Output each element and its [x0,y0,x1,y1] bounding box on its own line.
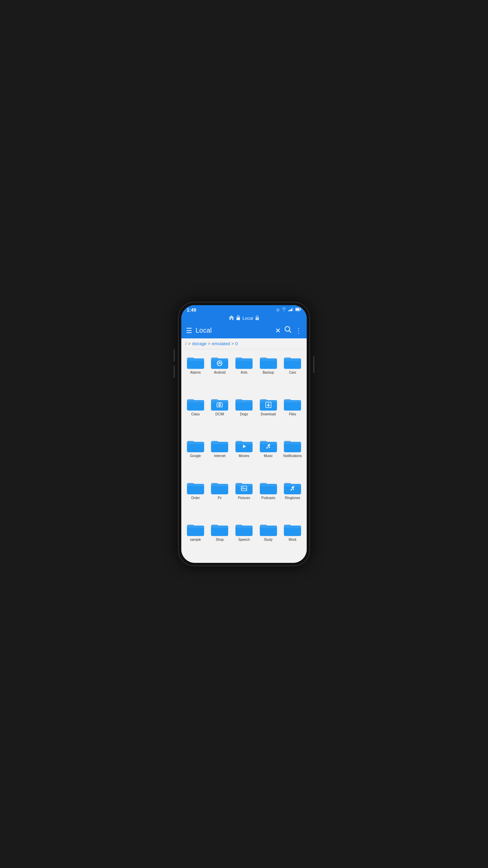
svg-line-10 [289,331,291,333]
close-button[interactable]: ✕ [275,327,281,335]
folder-icon [186,396,205,411]
folder-item[interactable]: Android [208,353,231,392]
folder-label: Files [289,412,296,416]
folder-label: DCIM [216,412,224,416]
folder-item[interactable]: Podcasts [257,478,280,518]
vol-up-button[interactable] [174,349,175,361]
folder-icon [235,479,253,495]
folder-icon [259,396,278,411]
svg-point-21 [290,489,292,491]
path-root: / [185,341,187,346]
folder-label: Cars [289,371,296,375]
lock-icon-2 [255,315,259,321]
folder-item[interactable]: DCIM [208,394,231,434]
folder-item[interactable]: Google [184,436,207,476]
wifi-icon [282,308,286,312]
vol-down-button[interactable] [174,366,175,378]
file-grid: Alarms Android Ants [181,349,307,563]
folder-item[interactable]: Pictures [232,478,256,518]
svg-point-20 [242,487,243,488]
folder-item[interactable]: Download [257,394,280,434]
folder-item[interactable]: Music [257,436,280,476]
location-icon: ⊙ [276,308,280,312]
folder-item[interactable]: Internet [208,436,231,476]
folder-label: Work [289,538,297,542]
folder-item[interactable]: Class [184,394,207,434]
folder-icon [259,354,278,370]
folder-label: Alarms [190,371,201,375]
toolbar: ☰ Local ✕ ⋮ [181,323,307,338]
folder-item[interactable]: Order [184,478,207,518]
phone-frame: 1:49 ⊙ [178,302,310,566]
folder-item[interactable]: Files [281,394,304,434]
search-button[interactable] [284,326,292,335]
breadcrumb-label: Local [242,316,253,321]
folder-item[interactable]: Ants [232,353,256,392]
power-button[interactable] [313,356,314,373]
folder-label: Podcasts [261,496,275,500]
folder-label: Android [214,371,225,375]
folder-label: Movies [239,454,249,458]
folder-icon [235,521,253,537]
folder-label: Study [264,538,273,542]
path-bar: / > storage > emulated > 0 [181,338,307,349]
folder-icon [186,479,205,495]
more-button[interactable]: ⋮ [295,327,302,335]
folder-item[interactable]: Ringtones [281,478,304,518]
folder-icon [235,437,253,453]
menu-button[interactable]: ☰ [186,327,192,335]
folder-icon [259,479,278,495]
folder-icon [259,437,278,453]
folder-icon [283,437,302,453]
path-sep3: > [231,341,234,346]
path-storage[interactable]: storage [192,341,206,346]
svg-rect-0 [288,310,289,311]
folder-item[interactable]: Notifications [281,436,304,476]
folder-label: Order [191,496,200,500]
folder-icon [210,437,229,453]
folder-item[interactable]: Speech [232,520,256,559]
folder-label: Shop [216,538,224,542]
folder-icon [283,479,302,495]
folder-icon [283,354,302,370]
folder-label: Google [190,454,201,458]
folder-label: Dogs [240,412,248,416]
folder-icon [283,521,302,537]
folder-item[interactable]: Shop [208,520,231,559]
folder-icon [210,521,229,537]
svg-point-22 [293,489,294,490]
home-icon[interactable] [229,315,234,321]
folder-item[interactable]: Pc [208,478,231,518]
folder-item[interactable]: Work [281,520,304,559]
folder-icon [186,437,205,453]
folder-item[interactable]: Alarms [184,353,207,392]
folder-icon [210,354,229,370]
folder-label: sample [190,538,201,542]
folder-item[interactable]: sample [184,520,207,559]
battery-icon [295,308,301,312]
svg-rect-3 [292,308,293,311]
svg-rect-2 [291,309,292,311]
folder-item[interactable]: Movies [232,436,256,476]
toolbar-title: Local [196,327,272,334]
folder-item[interactable]: Study [257,520,280,559]
svg-rect-8 [256,317,259,320]
path-zero[interactable]: 0 [235,341,238,346]
svg-point-9 [285,327,290,331]
folder-icon [235,396,253,411]
folder-icon [186,521,205,537]
folder-label: Class [191,412,200,416]
path-emulated[interactable]: emulated [212,341,230,346]
folder-item[interactable]: Cars [281,353,304,392]
status-bar: 1:49 ⊙ [181,305,307,314]
status-icons: ⊙ [276,308,301,312]
folder-icon [210,479,229,495]
phone-screen: 1:49 ⊙ [181,305,307,563]
folder-label: Ringtones [285,496,300,500]
folder-item[interactable]: Dogs [232,394,256,434]
breadcrumb-header: Local [181,314,307,323]
path-sep1: > [188,341,191,346]
status-time: 1:49 [187,307,196,313]
folder-icon [235,354,253,370]
folder-item[interactable]: Backup [257,353,280,392]
